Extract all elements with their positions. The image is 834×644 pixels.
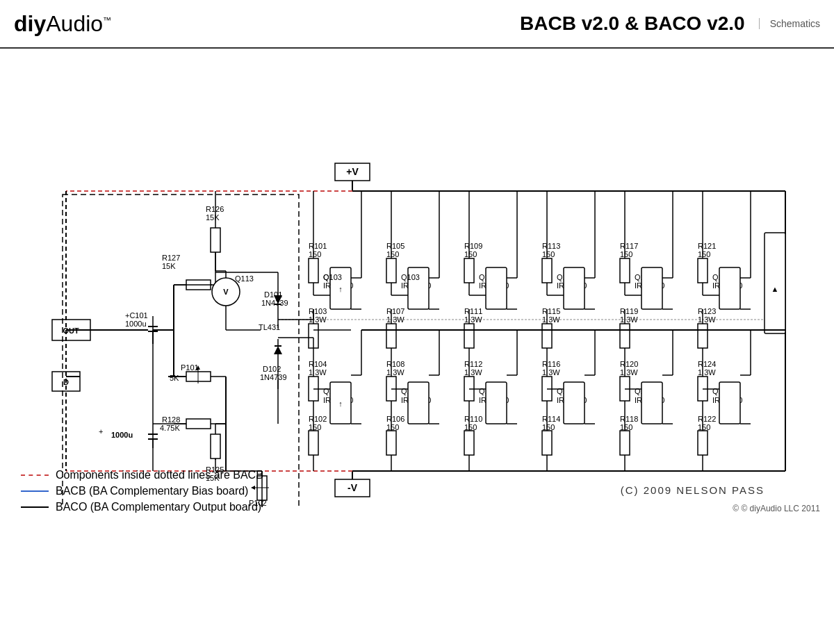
- svg-rect-224: [542, 324, 552, 348]
- svg-rect-164: [408, 382, 429, 424]
- svg-text:↑: ↑: [338, 285, 343, 293]
- svg-text:R105: R105: [386, 242, 404, 250]
- svg-text:R103: R103: [309, 307, 327, 315]
- svg-text:4.75K: 4.75K: [160, 424, 180, 432]
- svg-rect-87: [211, 434, 220, 459]
- svg-text:R116: R116: [542, 360, 560, 368]
- logo-audio: Audio: [46, 11, 103, 36]
- svg-text:1  3W: 1 3W: [620, 368, 638, 377]
- svg-text:R118: R118: [620, 415, 638, 423]
- svg-rect-287: [719, 267, 740, 309]
- page-title: BACB v2.0 & BACO v2.0: [520, 13, 745, 35]
- svg-text:1N4739: 1N4739: [260, 373, 287, 381]
- svg-rect-212: [542, 258, 552, 283]
- svg-text:R104: R104: [309, 360, 327, 368]
- logo-tm: ™: [103, 15, 111, 25]
- svg-rect-259: [620, 324, 630, 348]
- legend: Components inside dotted lines are BACB …: [21, 469, 263, 517]
- svg-text:150: 150: [386, 423, 399, 431]
- svg-text:150: 150: [309, 250, 321, 258]
- svg-text:R108: R108: [386, 360, 404, 368]
- svg-text:R113: R113: [542, 242, 560, 250]
- svg-text:R110: R110: [464, 415, 482, 423]
- svg-text:150: 150: [464, 250, 477, 258]
- svg-rect-189: [464, 324, 474, 348]
- svg-rect-270: [641, 382, 662, 424]
- svg-text:R126: R126: [206, 205, 224, 213]
- svg-rect-277: [620, 431, 630, 455]
- svg-rect-34: [211, 228, 220, 252]
- svg-rect-77: [186, 419, 211, 429]
- svg-text:R112: R112: [464, 360, 482, 368]
- legend-blue: BACB (BA Complementary Bias board): [21, 485, 263, 497]
- svg-text:R109: R109: [464, 242, 482, 250]
- svg-text:150: 150: [620, 423, 632, 431]
- svg-rect-316: [764, 233, 785, 333]
- svg-text:1  3W: 1 3W: [698, 368, 716, 377]
- svg-text:R106: R106: [386, 415, 404, 423]
- svg-text:V: V: [223, 288, 229, 296]
- header-right: BACB v2.0 & BACO v2.0 Schematics: [520, 13, 820, 35]
- svg-text:15K: 15K: [162, 262, 176, 270]
- svg-rect-182: [486, 267, 507, 309]
- svg-text:R102: R102: [309, 415, 327, 423]
- svg-rect-294: [698, 324, 708, 348]
- svg-text:1N4739: 1N4739: [261, 299, 288, 307]
- svg-text:P101: P101: [181, 363, 199, 372]
- svg-text:R127: R127: [162, 254, 180, 262]
- legend-dotted-label: Components inside dotted lines are BACB: [56, 469, 263, 481]
- logo-diy: diy: [14, 11, 46, 36]
- svg-text:+: +: [99, 427, 103, 436]
- copyright-company: © diyAudio LLC 2011: [741, 504, 820, 513]
- svg-text:+C101: +C101: [125, 311, 148, 320]
- svg-rect-247: [620, 258, 630, 283]
- page: diyAudio™ BACB v2.0 & BACO v2.0 Schemati…: [0, 0, 834, 644]
- svg-rect-171: [386, 431, 396, 455]
- svg-text:150: 150: [698, 423, 710, 431]
- legend-black: BACO (BA Complementary Output board): [21, 501, 263, 513]
- svg-text:Q103: Q103: [401, 273, 420, 281]
- svg-text:R120: R120: [620, 360, 638, 368]
- svg-rect-153: [386, 324, 396, 348]
- svg-text:5K: 5K: [170, 374, 179, 382]
- svg-text:R115: R115: [542, 307, 560, 315]
- svg-text:Q113: Q113: [235, 274, 254, 283]
- svg-rect-252: [641, 267, 662, 309]
- svg-rect-30: [63, 195, 299, 507]
- svg-text:R107: R107: [386, 307, 404, 315]
- svg-text:R117: R117: [620, 242, 638, 250]
- svg-text:Q103: Q103: [323, 273, 342, 281]
- schematics-label: Schematics: [759, 18, 820, 29]
- svg-text:R114: R114: [542, 415, 560, 423]
- svg-rect-235: [564, 382, 584, 424]
- schematic-content: text { font-family: Arial, sans-serif; f…: [0, 49, 834, 517]
- nelson-pass-credit: (C) 2009 NELSON PASS: [621, 484, 764, 496]
- svg-rect-177: [464, 258, 474, 283]
- svg-text:R124: R124: [698, 360, 716, 368]
- svg-text:1  3W: 1 3W: [386, 315, 404, 324]
- svg-text:150: 150: [464, 423, 477, 431]
- svg-rect-312: [698, 431, 708, 455]
- svg-text:1  3W: 1 3W: [386, 368, 404, 377]
- svg-text:-V: -V: [348, 482, 358, 493]
- svg-rect-305: [719, 382, 740, 424]
- svg-text:150: 150: [386, 250, 399, 258]
- svg-text:R111: R111: [464, 307, 482, 315]
- svg-text:↑: ↑: [338, 399, 343, 408]
- svg-text:TL431: TL431: [259, 323, 280, 331]
- svg-rect-242: [542, 431, 552, 455]
- svg-text:R122: R122: [698, 415, 716, 423]
- svg-text:150: 150: [542, 250, 555, 258]
- legend-blue-label: BACB (BA Complementary Bias board): [56, 485, 248, 497]
- svg-text:1  3W: 1 3W: [542, 368, 560, 377]
- svg-text:1000u: 1000u: [125, 320, 147, 328]
- svg-text:1000u: 1000u: [111, 431, 133, 439]
- legend-dotted: Components inside dotted lines are BACB: [21, 469, 263, 481]
- header: diyAudio™ BACB v2.0 & BACO v2.0 Schemati…: [0, 0, 834, 49]
- schematic-area: text { font-family: Arial, sans-serif; f…: [14, 56, 820, 510]
- svg-rect-217: [564, 267, 584, 309]
- svg-text:R128: R128: [162, 415, 180, 424]
- svg-text:150: 150: [698, 250, 710, 258]
- svg-rect-141: [386, 258, 396, 283]
- svg-rect-200: [486, 382, 507, 424]
